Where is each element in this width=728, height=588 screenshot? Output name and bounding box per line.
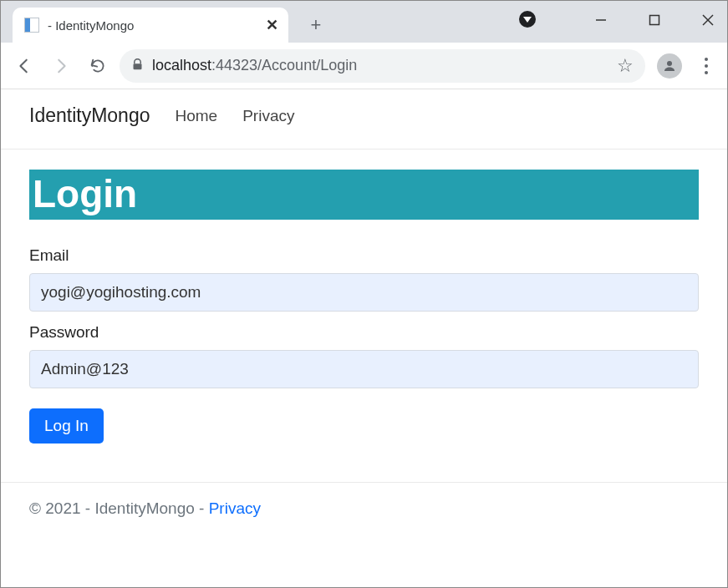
footer-text: © 2021 - IdentityMongo - bbox=[29, 499, 209, 517]
window-controls bbox=[588, 8, 720, 33]
minimize-icon[interactable] bbox=[588, 8, 613, 33]
browser-menu-icon[interactable] bbox=[694, 58, 719, 74]
favicon-icon bbox=[24, 18, 39, 33]
back-icon[interactable] bbox=[9, 51, 39, 81]
email-label: Email bbox=[29, 246, 699, 265]
lock-icon bbox=[131, 58, 144, 74]
profile-avatar-icon[interactable] bbox=[657, 53, 682, 79]
close-tab-icon[interactable]: ✕ bbox=[266, 16, 278, 34]
footer-privacy-link[interactable]: Privacy bbox=[209, 499, 261, 517]
omnibox-path: :44323/Account/Login bbox=[211, 57, 357, 74]
login-button[interactable]: Log In bbox=[29, 408, 104, 444]
extension-icon[interactable] bbox=[519, 11, 536, 28]
site-brand[interactable]: IdentityMongo bbox=[29, 104, 150, 127]
site-footer: © 2021 - IdentityMongo - Privacy bbox=[1, 482, 727, 535]
svg-rect-1 bbox=[650, 16, 659, 25]
new-tab-button[interactable]: + bbox=[303, 13, 328, 38]
email-field[interactable] bbox=[29, 273, 699, 312]
bookmark-star-icon[interactable]: ☆ bbox=[617, 55, 634, 77]
password-label: Password bbox=[29, 323, 699, 342]
nav-link-privacy[interactable]: Privacy bbox=[242, 107, 294, 125]
svg-point-5 bbox=[667, 61, 672, 66]
browser-tab[interactable]: - IdentityMongo ✕ bbox=[13, 8, 288, 43]
close-window-icon[interactable] bbox=[695, 8, 720, 33]
page-content: IdentityMongo Home Privacy Login Email P… bbox=[1, 89, 727, 535]
browser-toolbar: localhost:44323/Account/Login ☆ bbox=[1, 43, 727, 89]
omnibox-url: localhost:44323/Account/Login bbox=[152, 57, 608, 74]
reload-icon[interactable] bbox=[83, 51, 113, 81]
forward-icon[interactable] bbox=[46, 51, 76, 81]
browser-tab-strip: - IdentityMongo ✕ + bbox=[1, 1, 727, 43]
login-form: Email Password Log In bbox=[1, 226, 727, 452]
omnibox-host: localhost bbox=[152, 57, 211, 74]
password-field[interactable] bbox=[29, 350, 699, 388]
site-navbar: IdentityMongo Home Privacy bbox=[1, 89, 727, 150]
svg-rect-4 bbox=[134, 63, 142, 69]
tab-title: - IdentityMongo bbox=[48, 18, 134, 33]
address-bar[interactable]: localhost:44323/Account/Login ☆ bbox=[120, 49, 645, 83]
nav-link-home[interactable]: Home bbox=[175, 107, 217, 125]
maximize-icon[interactable] bbox=[642, 8, 667, 33]
page-title: Login bbox=[29, 170, 699, 220]
